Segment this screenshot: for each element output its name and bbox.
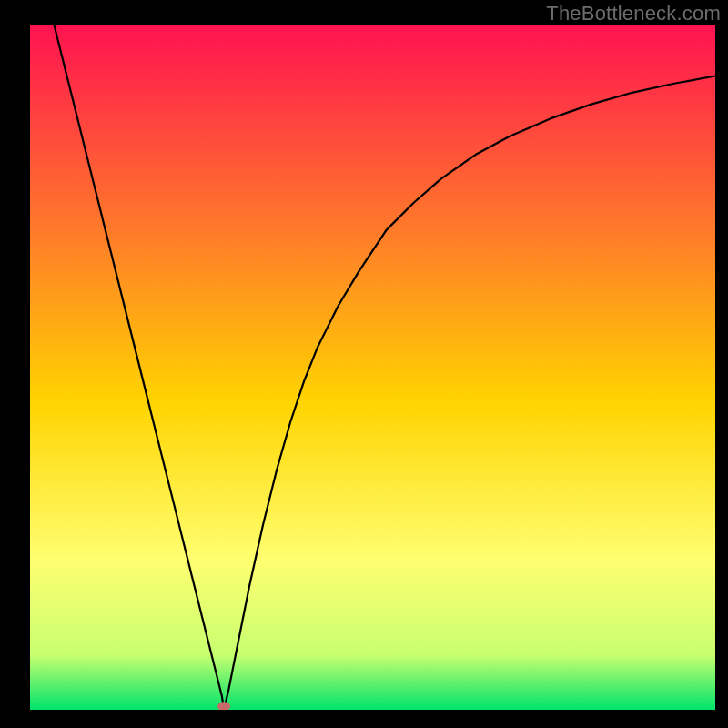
bottleneck-chart — [0, 0, 728, 728]
chart-frame: TheBottleneck.com — [0, 0, 728, 728]
gradient-background — [30, 25, 715, 710]
optimal-point-marker — [217, 702, 230, 711]
